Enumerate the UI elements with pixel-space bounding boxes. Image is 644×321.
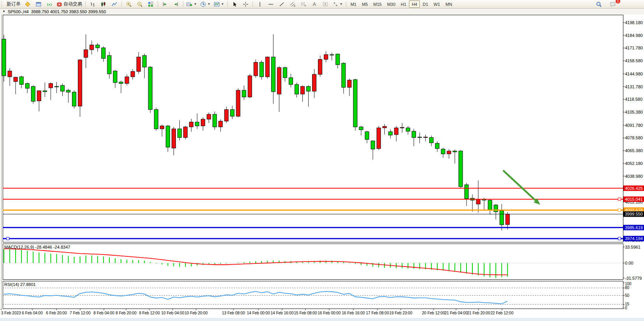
timeframe-button-M5[interactable]: M5 [359,0,370,8]
candle-body [230,110,234,116]
indicators-button[interactable]: ▼ [185,0,198,8]
candle-body [277,68,281,94]
candle-body [418,137,422,138]
horizontal-line-tool[interactable] [265,0,276,8]
line-handle[interactable] [7,237,9,240]
price-label-text: 3999.550 [625,212,643,216]
candle-body [154,110,158,129]
zoom-out-icon [137,1,143,7]
candle-body [8,71,12,77]
timeframe-button-H4[interactable]: H4 [409,0,420,8]
crosshair-button[interactable] [240,0,251,8]
candle-body [184,127,188,137]
timeframe-button-M1[interactable]: M1 [348,0,359,8]
candle-body [465,185,469,199]
candle-body [435,143,439,149]
candle-body [49,84,53,88]
trendline-tool[interactable] [276,0,287,8]
terminal-button[interactable] [33,0,44,8]
candle-body [295,84,299,94]
line-handle[interactable] [618,209,621,212]
candle-body [430,137,433,143]
price-tick-label: 4144.980 [625,72,643,76]
timeframe-button-M15[interactable]: M15 [370,0,384,8]
main-chart-panel[interactable] [3,15,623,242]
periods-button[interactable]: ▼ [198,0,212,8]
chevron-down-icon: ▼ [221,2,224,6]
candle-body [14,77,18,81]
chevron-down-icon: ▼ [340,2,343,6]
chevron-down-icon: ▼ [194,2,197,6]
candle-body [365,132,369,140]
line-chart-button[interactable] [109,0,120,8]
date-tick-label: 8 Feb 04:00 [93,311,114,315]
candle-body [476,199,480,204]
candle-body [242,90,246,97]
candlestick-chart-icon [100,1,107,7]
wizard-icon [25,1,31,7]
auto-scroll-button[interactable] [160,0,170,8]
date-tick-label: 10 Feb 04:00 [161,311,184,315]
wizard-button[interactable] [22,0,33,8]
templates-button[interactable]: ▼ [212,0,226,8]
price-label-text: 4015.041 [625,197,643,202]
candlestick-chart-button[interactable] [98,0,109,8]
price-tick-label: 4078.580 [625,135,643,140]
chart-shift-icon [173,1,179,7]
timeframe-button-H1[interactable]: H1 [398,0,409,8]
vertical-line-icon [257,1,263,7]
new-order-button[interactable]: 新订单 [5,0,22,8]
timeframe-button-W1[interactable]: W1 [431,0,443,8]
zoom-out-button[interactable] [134,0,145,8]
date-tick-label: 10 Feb 20:00 [185,311,208,315]
search-button[interactable] [593,0,604,8]
text-tool[interactable]: A [309,0,320,8]
candle-body [330,54,334,55]
text-label-tool[interactable]: T [320,0,331,8]
auto-trading-icon [56,1,63,7]
fibonacci-tool[interactable]: F [298,0,309,8]
candle-body [207,114,211,119]
auto-trading-button[interactable]: 自动交易 [55,0,84,8]
timeframe-button-MN[interactable]: MN [443,0,455,8]
toolbar-separator [253,1,253,7]
candle-body [160,126,164,129]
candle-body [119,82,123,84]
chart-canvas[interactable]: 4198.1804184.9804171.7804158.5804144.980… [0,0,644,321]
price-tick-label: 4131.780 [625,84,643,89]
candle-body [148,67,152,109]
chart-menu-icon[interactable]: ▼ [2,10,5,13]
rsi-tick-label: 80 [625,286,630,290]
chat-button[interactable]: 1 [607,0,618,8]
candle-body [172,129,175,148]
timeframe-button-D1[interactable]: D1 [420,0,431,8]
chart-header: ▼ SP500-,H4 3988.750 4001.750 3983.550 3… [0,9,644,14]
line-handle[interactable] [618,198,621,200]
bar-chart-button[interactable] [87,0,98,8]
price-tick-label: 4158.580 [625,58,643,63]
signal-icon [46,1,53,7]
date-tick-label: 8 Feb 20:00 [116,311,137,315]
news-signal-button[interactable] [44,0,55,8]
zoom-in-icon [126,1,132,7]
chevron-down-icon: ▼ [207,2,211,6]
rsi-panel[interactable] [3,281,623,309]
candle-body [265,57,269,77]
chart-shift-button[interactable] [170,0,181,8]
line-handle[interactable] [618,237,621,240]
zoom-in-button[interactable] [123,0,134,8]
arrows-tool[interactable]: ▼ [331,0,344,8]
candle-body [494,205,498,212]
channel-tool[interactable]: E [287,0,298,8]
chart-window[interactable]: 4198.1804184.9804171.7804158.5804144.980… [0,0,644,321]
candle-body [96,45,100,47]
candle-body [488,200,492,210]
tile-windows-button[interactable] [145,0,156,8]
date-tick-label: 7 Feb 12:00 [70,311,91,315]
timeframe-button-M30[interactable]: M30 [384,0,398,8]
date-tick-label: 3 Feb 2023 [1,311,21,315]
candle-body [84,50,88,58]
candle-body [43,91,47,91]
cursor-button[interactable] [229,0,240,8]
vertical-line-tool[interactable] [254,0,265,8]
